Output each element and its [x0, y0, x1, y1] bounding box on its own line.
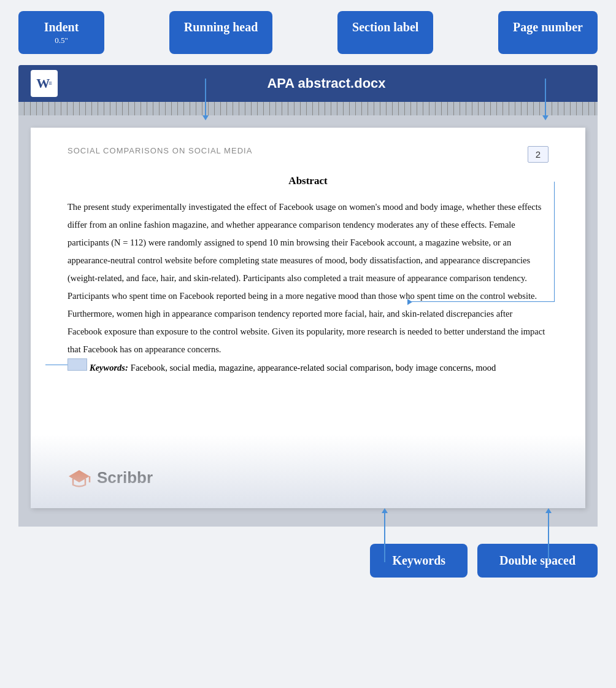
page-number-label: Page number: [498, 11, 598, 54]
indent-label: Indent 0.5": [18, 11, 104, 54]
running-head-line: SOCIAL COMPARISONS ON SOCIAL MEDIA 2: [67, 146, 549, 163]
bottom-labels-row: Keywords Double spaced: [0, 527, 616, 578]
keywords-label: Keywords:: [90, 363, 128, 373]
section-label-vline: [554, 182, 555, 301]
double-spaced-arrow: [545, 508, 552, 562]
keywords-text: Facebook, social media, magazine, appear…: [131, 359, 496, 377]
keywords-line: Keywords: Facebook, social media, magazi…: [67, 358, 549, 377]
scribbr-logo-area: Scribbr: [67, 466, 153, 490]
indent-label-text: Indent: [44, 20, 79, 34]
section-label-text: Section label: [352, 20, 418, 34]
document-title: APA abstract.docx: [67, 75, 585, 91]
keywords-arrow-up: [382, 508, 388, 513]
arrow-head: [542, 115, 549, 120]
scribbr-icon: [67, 466, 91, 490]
running-head-label-text: Running head: [184, 20, 258, 34]
double-spaced-label-text: Double spaced: [499, 554, 576, 567]
running-head-label: Running head: [169, 11, 273, 54]
arrow-line: [205, 79, 206, 115]
abstract-heading: Abstract: [67, 175, 549, 187]
page-number-label-text: Page number: [513, 20, 583, 34]
section-label-arrow-head: [407, 299, 412, 305]
double-spaced-label: Double spaced: [477, 544, 598, 578]
word-icon: W ≡: [31, 70, 58, 97]
section-label-hline: [407, 301, 555, 303]
page-number-arrow: [542, 79, 549, 120]
svg-marker-0: [69, 470, 90, 482]
keywords-label-text: Keywords: [392, 554, 445, 567]
scribbr-name: Scribbr: [97, 468, 153, 487]
keywords-arrow: [382, 508, 388, 562]
double-spaced-arrow-line: [548, 513, 549, 562]
running-head-arrow: [202, 79, 209, 120]
keywords-arrow-line: [384, 513, 385, 562]
document-area: SOCIAL COMPARISONS ON SOCIAL MEDIA 2 Abs…: [18, 115, 598, 527]
section-label-label: Section label: [337, 11, 433, 54]
indent-sub-text: 0.5": [33, 36, 90, 45]
ruler: [18, 102, 598, 115]
keyword-indent-box: [67, 358, 87, 371]
indent-hconnector: [45, 365, 67, 366]
arrow-line: [545, 79, 546, 115]
document-page: SOCIAL COMPARISONS ON SOCIAL MEDIA 2 Abs…: [31, 128, 585, 508]
body-text: The present study experimentally investi…: [67, 198, 549, 358]
top-labels-row: Indent 0.5" Running head Section label P…: [0, 0, 616, 54]
running-head-text: SOCIAL COMPARISONS ON SOCIAL MEDIA: [67, 146, 252, 155]
abstract-heading-text: Abstract: [288, 175, 327, 187]
double-spaced-arrow-up: [545, 508, 552, 513]
word-titlebar: W ≡ APA abstract.docx: [18, 65, 598, 102]
page-number-box: 2: [528, 146, 549, 163]
arrow-head: [202, 115, 209, 120]
